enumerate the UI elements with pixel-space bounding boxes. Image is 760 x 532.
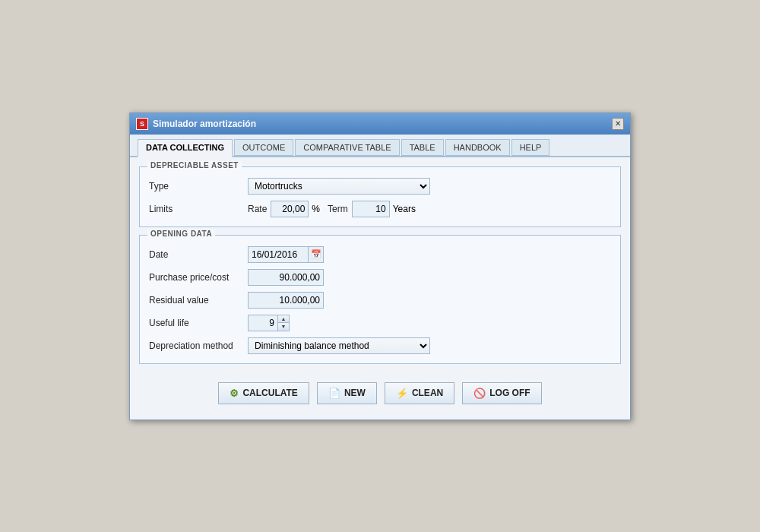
residual-input[interactable] xyxy=(248,292,324,309)
useful-life-spinner: ▲ ▼ xyxy=(248,315,290,331)
spinner-buttons: ▲ ▼ xyxy=(278,315,290,331)
calculate-label: CALCULATE xyxy=(242,388,297,398)
useful-life-label: Useful life xyxy=(149,318,248,328)
title-bar: S Simulador amortización ✕ xyxy=(130,113,630,135)
app-icon: S xyxy=(136,118,148,130)
calendar-button[interactable]: 📅 xyxy=(309,246,324,263)
new-button[interactable]: 📄 NEW xyxy=(317,382,377,404)
limits-label: Limits xyxy=(149,204,248,214)
percent-symbol: % xyxy=(312,204,320,214)
tab-help[interactable]: HELP xyxy=(511,139,550,156)
purchase-input[interactable] xyxy=(248,269,324,286)
tab-data-collecting[interactable]: DATA COLLECTING xyxy=(138,139,233,157)
purchase-label: Purchase price/cost xyxy=(149,272,248,283)
date-input[interactable] xyxy=(248,246,309,263)
useful-life-row: Useful life ▲ ▼ xyxy=(149,315,611,331)
date-row: Date 📅 xyxy=(149,246,611,263)
residual-label: Residual value xyxy=(149,295,248,306)
content-area: DEPRECIABLE ASSET Type Motortrucks Build… xyxy=(130,157,630,420)
tab-table[interactable]: TABLE xyxy=(401,139,444,156)
opening-data-group: OPENING DATA Date 📅 Purchase price/cost xyxy=(139,235,621,364)
opening-data-legend: OPENING DATA xyxy=(147,230,215,238)
date-label: Date xyxy=(149,249,248,260)
spinner-up-button[interactable]: ▲ xyxy=(278,315,289,323)
new-icon: 📄 xyxy=(328,388,340,399)
limits-row: Limits Rate 20,00 % Term 10 Years xyxy=(149,201,611,217)
calculate-button[interactable]: ⚙ CALCULATE xyxy=(218,382,309,404)
new-label: NEW xyxy=(344,388,366,398)
tab-comparative-table[interactable]: COMPARATIVE TABLE xyxy=(295,139,399,156)
term-label: Term xyxy=(328,204,348,214)
depreciation-select[interactable]: Diminishing balance method Straight-line… xyxy=(248,337,430,354)
window-title: Simulador amortización xyxy=(153,119,256,129)
purchase-row: Purchase price/cost xyxy=(149,269,611,286)
clean-button[interactable]: ⚡ CLEAN xyxy=(385,382,454,404)
spinner-down-button[interactable]: ▼ xyxy=(278,323,289,331)
type-row: Type Motortrucks Buildings Machinery Veh… xyxy=(149,178,611,195)
useful-life-input[interactable] xyxy=(248,315,278,331)
calculate-icon: ⚙ xyxy=(230,388,239,399)
depreciation-label: Depreciation method xyxy=(149,340,248,351)
main-window: S Simulador amortización ✕ DATA COLLECTI… xyxy=(129,112,631,420)
tab-outcome[interactable]: OUTCOME xyxy=(234,139,293,156)
depreciable-asset-legend: DEPRECIABLE ASSET xyxy=(147,161,242,169)
clean-label: CLEAN xyxy=(412,388,443,398)
logoff-button[interactable]: 🚫 LOG OFF xyxy=(462,382,541,404)
term-input[interactable]: 10 xyxy=(352,201,390,217)
type-select[interactable]: Motortrucks Buildings Machinery Vehicles xyxy=(248,178,430,195)
logoff-icon: 🚫 xyxy=(473,388,486,399)
depreciable-asset-group: DEPRECIABLE ASSET Type Motortrucks Build… xyxy=(139,166,621,227)
residual-row: Residual value xyxy=(149,292,611,309)
years-label: Years xyxy=(393,204,416,214)
button-row: ⚙ CALCULATE 📄 NEW ⚡ CLEAN 🚫 LOG OFF xyxy=(139,372,621,410)
rate-label: Rate xyxy=(248,204,267,214)
type-label: Type xyxy=(149,181,248,192)
clean-icon: ⚡ xyxy=(396,388,408,399)
date-wrapper: 📅 xyxy=(248,246,324,263)
logoff-label: LOG OFF xyxy=(489,388,530,398)
tab-handbook[interactable]: HANDBOOK xyxy=(445,139,510,156)
depreciation-row: Depreciation method Diminishing balance … xyxy=(149,337,611,354)
close-button[interactable]: ✕ xyxy=(612,118,624,130)
rate-input[interactable]: 20,00 xyxy=(271,201,309,217)
tab-bar: DATA COLLECTING OUTCOME COMPARATIVE TABL… xyxy=(130,135,630,157)
